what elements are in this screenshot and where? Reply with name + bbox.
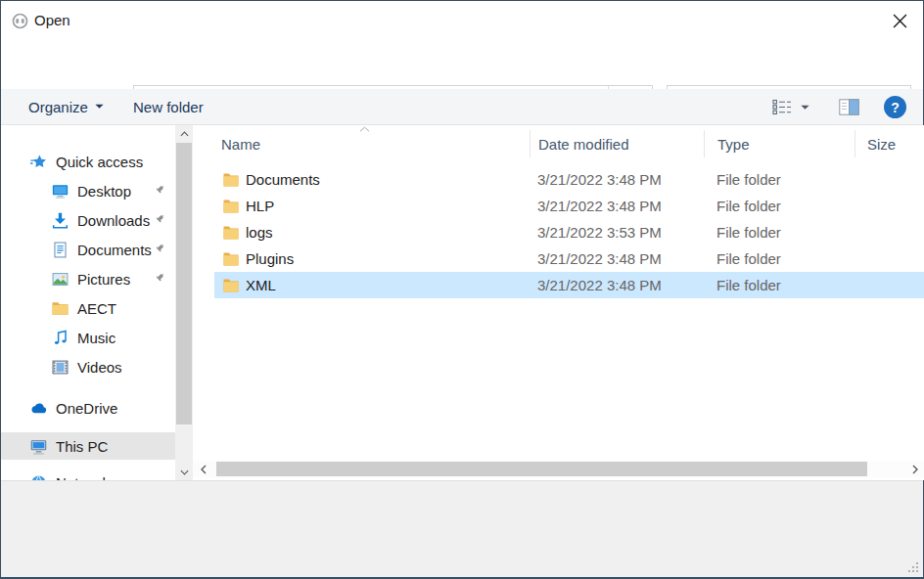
- folder-icon: [223, 226, 239, 240]
- documents-icon: [52, 242, 69, 258]
- table-row-hlp[interactable]: HLP 3/21/2022 3:48 PM File folder: [214, 193, 924, 219]
- help-button[interactable]: ?: [884, 96, 906, 118]
- type-cell: File folder: [704, 171, 855, 188]
- title-bar: Open: [1, 1, 923, 40]
- sidebar-gap: [1, 381, 175, 393]
- sidebar-item-music[interactable]: Music: [1, 323, 175, 352]
- column-headers: Name Date modified Type Size: [193, 130, 924, 157]
- window-title: Open: [34, 12, 70, 28]
- scroll-right-button[interactable]: [906, 461, 923, 477]
- date-cell: 3/21/2022 3:48 PM: [530, 198, 704, 214]
- name-cell: HLP: [214, 198, 530, 214]
- sidebar-item-onedrive[interactable]: OneDrive: [1, 393, 175, 423]
- pin-icon: [152, 184, 165, 198]
- name-cell: XML: [214, 277, 530, 293]
- column-header-date-modified[interactable]: Date modified: [530, 130, 704, 157]
- footer-bar: File name: Configuration file (*.xml) Op…: [1, 480, 923, 577]
- sidebar-item-network[interactable]: Network: [1, 468, 175, 480]
- horizontal-scrollbar[interactable]: [193, 461, 924, 477]
- date-cell: 3/21/2022 3:48 PM: [530, 171, 704, 188]
- folder-icon: [223, 200, 239, 213]
- pin-icon: [152, 213, 165, 227]
- desktop-icon: [52, 183, 69, 200]
- sidebar-item-label: Videos: [77, 359, 122, 376]
- sidebar-gap: [1, 423, 175, 432]
- downloads-icon: [52, 212, 69, 229]
- organize-button[interactable]: Organize: [28, 89, 104, 124]
- name-cell: logs: [214, 224, 530, 241]
- folder-icon: [52, 300, 69, 317]
- new-folder-button[interactable]: New folder: [133, 89, 204, 124]
- file-rows: Documents 3/21/2022 3:48 PM File folder …: [214, 166, 924, 298]
- resize-grip[interactable]: [907, 561, 919, 573]
- table-row-plugins[interactable]: Plugins 3/21/2022 3:48 PM File folder: [214, 245, 924, 272]
- column-header-size[interactable]: Size: [855, 130, 924, 157]
- sidebar-item-aect[interactable]: AECT: [1, 293, 175, 323]
- table-row-logs[interactable]: logs 3/21/2022 3:53 PM File folder: [214, 219, 924, 245]
- name-cell: Plugins: [214, 250, 530, 267]
- folder-icon: [223, 252, 239, 266]
- chevron-up-icon: [180, 131, 189, 137]
- close-button[interactable]: [884, 8, 915, 34]
- sidebar-scrollbar[interactable]: [175, 125, 193, 480]
- navigation-pane: Quick access Desktop: [1, 125, 175, 480]
- sidebar-item-label: Documents: [77, 242, 152, 258]
- sidebar-item-label: Music: [77, 330, 116, 346]
- videos-icon: [52, 359, 69, 376]
- sidebar-item-quick-access[interactable]: Quick access: [1, 147, 175, 176]
- date-cell: 3/21/2022 3:53 PM: [530, 224, 704, 241]
- folder-icon: [223, 279, 239, 292]
- sidebar-item-documents[interactable]: Documents: [1, 235, 175, 264]
- pin-icon: [152, 243, 165, 256]
- sidebar-scrollbar-thumb[interactable]: [176, 143, 192, 424]
- sidebar-item-desktop[interactable]: Desktop: [1, 176, 175, 205]
- sidebar-item-label: Quick access: [56, 154, 143, 170]
- sidebar-item-this-pc[interactable]: This PC: [1, 432, 175, 460]
- column-header-name[interactable]: Name: [193, 130, 530, 157]
- new-folder-label: New folder: [133, 99, 204, 115]
- table-row-xml-selected[interactable]: XML 3/21/2022 3:48 PM File folder: [214, 272, 924, 298]
- chevron-right-icon: [912, 465, 918, 474]
- sidebar-item-videos[interactable]: Videos: [1, 352, 175, 381]
- navigation-bar: ← → ↑ « AddOns › AECT: [1, 40, 923, 89]
- type-cell: File folder: [704, 224, 855, 241]
- change-view-button[interactable]: [772, 99, 809, 115]
- music-icon: [52, 330, 69, 346]
- pin-icon: [152, 272, 165, 286]
- scroll-left-button[interactable]: [195, 461, 211, 477]
- close-icon: [893, 14, 907, 28]
- name-cell: Documents: [214, 171, 530, 188]
- quick-access-icon: [30, 154, 47, 170]
- chevron-down-icon: [95, 104, 104, 110]
- sidebar-item-pictures[interactable]: Pictures: [1, 264, 175, 293]
- type-cell: File folder: [704, 198, 855, 214]
- app-logo-icon: [12, 13, 28, 29]
- pictures-icon: [52, 271, 69, 288]
- open-dialog: Open ← → ↑ « AddOns › AECT: [0, 0, 924, 579]
- organize-label: Organize: [28, 99, 88, 115]
- command-toolbar: Organize New folder: [1, 89, 923, 125]
- sidebar-item-downloads[interactable]: Downloads: [1, 205, 175, 235]
- sidebar-item-label: Downloads: [77, 212, 150, 229]
- column-header-type[interactable]: Type: [704, 130, 855, 157]
- chevron-left-icon: [201, 465, 207, 474]
- preview-pane-button[interactable]: [839, 99, 859, 119]
- onedrive-icon: [30, 400, 47, 417]
- date-cell: 3/21/2022 3:48 PM: [530, 277, 704, 293]
- file-list: Name Date modified Type Size Documents 3…: [193, 125, 924, 480]
- type-cell: File folder: [704, 277, 855, 293]
- details-view-icon: [772, 99, 794, 115]
- chevron-down-icon: [801, 105, 809, 111]
- scroll-down-button[interactable]: [175, 464, 193, 480]
- sidebar-item-label: Desktop: [77, 183, 131, 200]
- this-pc-icon: [30, 438, 47, 455]
- sidebar-item-label: OneDrive: [56, 400, 117, 417]
- sidebar-item-label: This PC: [56, 438, 108, 455]
- date-cell: 3/21/2022 3:48 PM: [530, 250, 704, 267]
- scroll-up-button[interactable]: [175, 125, 193, 142]
- table-row-documents[interactable]: Documents 3/21/2022 3:48 PM File folder: [214, 166, 924, 193]
- help-icon: ?: [891, 100, 900, 115]
- type-cell: File folder: [704, 250, 855, 267]
- horizontal-scrollbar-thumb[interactable]: [216, 462, 867, 476]
- preview-pane-icon: [839, 99, 859, 115]
